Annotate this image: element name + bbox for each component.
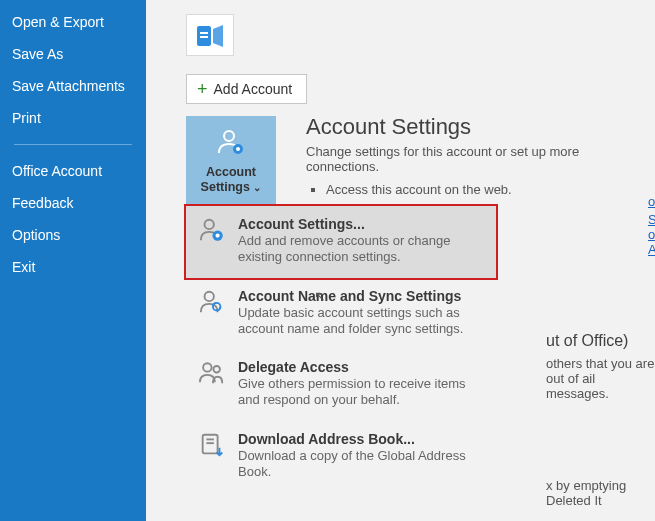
dropdown-item-download-address-book[interactable]: Download Address Book... Download a copy… (186, 421, 496, 493)
sidebar-divider (14, 144, 132, 145)
web-access-link[interactable]: om/.. (648, 194, 655, 209)
dropdown-item-title: Account Name and Sync Settings (238, 288, 484, 304)
sidebar-item-label: Save As (12, 46, 63, 62)
address-book-download-icon (198, 431, 226, 461)
section-bullets: Access this account on the web. (306, 182, 655, 197)
bullet-access-web: Access this account on the web. (326, 182, 655, 197)
svg-point-3 (224, 131, 234, 141)
svg-point-10 (203, 363, 211, 371)
dropdown-item-desc: Update basic account settings such as ac… (238, 305, 484, 338)
account-settings-dropdown: Account Settings... Add and remove accou… (186, 206, 496, 492)
chevron-down-icon: ⌄ (253, 182, 261, 193)
sidebar-item-open-export[interactable]: Open & Export (0, 6, 146, 38)
svg-rect-1 (200, 32, 208, 34)
dropdown-item-account-settings[interactable]: Account Settings... Add and remove accou… (186, 206, 496, 278)
sidebar-item-save-attachments[interactable]: Save Attachments (0, 70, 146, 102)
account-gear-icon (216, 127, 246, 161)
account-settings-tile[interactable]: Account Settings ⌄ (186, 116, 276, 206)
svg-point-5 (236, 147, 240, 151)
svg-point-6 (205, 220, 214, 229)
dropdown-item-delegate-access[interactable]: Delegate Access Give others permission t… (186, 349, 496, 421)
backstage-sidebar: Open & Export Save As Save Attachments P… (0, 0, 146, 521)
dropdown-item-title: Delegate Access (238, 359, 484, 375)
empty-deleted-partial: x by emptying Deleted It (546, 478, 655, 508)
add-account-button[interactable]: + Add Account (186, 74, 307, 104)
tile-label: Account Settings ⌄ (201, 165, 262, 195)
svg-rect-2 (200, 36, 208, 38)
sidebar-item-options[interactable]: Options (0, 219, 146, 251)
ooo-desc-partial: others that you are out of ail messages. (546, 356, 655, 401)
plus-icon: + (197, 82, 208, 96)
account-sync-icon (198, 288, 226, 318)
delegate-icon (198, 359, 226, 389)
account-settings-section: Account Settings Change settings for thi… (306, 114, 655, 197)
sidebar-item-feedback[interactable]: Feedback (0, 187, 146, 219)
main-pane: + Add Account Account Settings ⌄ Account… (146, 0, 655, 521)
section-title: Account Settings (306, 114, 655, 140)
dropdown-item-desc: Give others permission to receive items … (238, 376, 484, 409)
exchange-icon (187, 43, 235, 60)
sidebar-item-label: Save Attachments (12, 78, 125, 94)
account-icon-box (186, 14, 234, 56)
svg-point-9 (205, 291, 214, 300)
ooo-title-partial: ut of Office) (546, 332, 655, 350)
sidebar-item-label: Office Account (12, 163, 102, 179)
account-gear-icon (198, 216, 226, 246)
sidebar-item-label: Feedback (12, 195, 73, 211)
svg-point-8 (216, 234, 220, 238)
section-subtitle: Change settings for this account or set … (306, 144, 626, 174)
svg-point-11 (213, 366, 220, 373)
dropdown-item-desc: Add and remove accounts or change existi… (238, 233, 484, 266)
sidebar-item-exit[interactable]: Exit (0, 251, 146, 283)
sidebar-item-label: Exit (12, 259, 35, 275)
sidebar-item-save-as[interactable]: Save As (0, 38, 146, 70)
dropdown-item-name-sync[interactable]: Account Name and Sync Settings Update ba… (186, 278, 496, 350)
add-account-label: Add Account (214, 81, 293, 97)
dropdown-item-title: Account Settings... (238, 216, 484, 232)
sidebar-item-label: Options (12, 227, 60, 243)
sidebar-item-label: Open & Export (12, 14, 104, 30)
dropdown-item-title: Download Address Book... (238, 431, 484, 447)
out-of-office-section-partial: ut of Office) others that you are out of… (546, 332, 655, 401)
sidebar-item-label: Print (12, 110, 41, 126)
sidebar-item-office-account[interactable]: Office Account (0, 155, 146, 187)
dropdown-item-desc: Download a copy of the Global Address Bo… (238, 448, 484, 481)
secondary-link[interactable]: S or A... (648, 212, 655, 257)
sidebar-item-print[interactable]: Print (0, 102, 146, 134)
